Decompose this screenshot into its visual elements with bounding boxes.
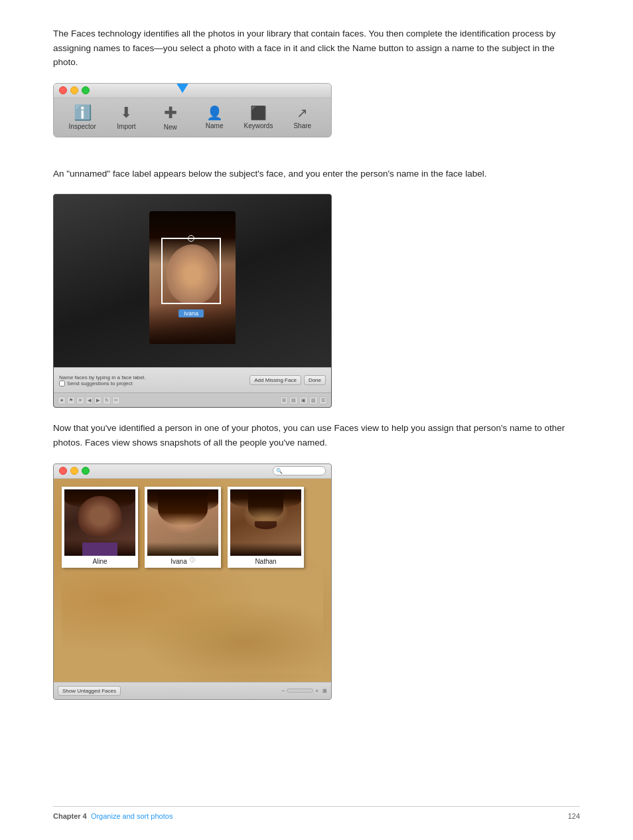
face-left-icon-strip: ★ ⚑ ✕ ◀ ▶ ↻ ✂ bbox=[58, 396, 120, 404]
toolbar-titlebar bbox=[54, 84, 331, 98]
ivana-info-icon[interactable]: ⓘ bbox=[190, 556, 195, 564]
icon-flag: ⚑ bbox=[67, 396, 75, 404]
zoom-minus-icon[interactable]: − bbox=[282, 688, 285, 694]
icon-crop: ✂ bbox=[112, 396, 120, 404]
faces-cards-row: Aline Ivana ⓘ bbox=[62, 487, 323, 568]
face-detection-box: Ivana bbox=[161, 238, 221, 304]
toolbar-screenshot-wrapper: ℹ️ Inspector ⬇ Import ✚ New 👤 Name ⬛ bbox=[53, 83, 332, 153]
name-icon: 👤 bbox=[206, 105, 223, 121]
face-instructions-text: Name faces by typing in a face label. bbox=[59, 375, 146, 380]
import-label: Import bbox=[117, 123, 135, 130]
faces-maximize-light[interactable] bbox=[82, 467, 90, 475]
icon-rotate: ↻ bbox=[103, 396, 111, 404]
name-label: Name bbox=[206, 122, 224, 129]
new-arrow-indicator bbox=[176, 83, 189, 93]
face-action-buttons: Add Missing Face Done bbox=[249, 375, 326, 385]
inspector-icon: ℹ️ bbox=[74, 104, 92, 122]
share-label: Share bbox=[293, 122, 311, 129]
faces-cork-empty-area bbox=[62, 568, 323, 674]
face-right-icon-strip: ⊞ ▤ ▣ ▥ ☰ bbox=[280, 396, 327, 404]
icon-grid: ⊞ bbox=[280, 396, 288, 404]
done-button[interactable]: Done bbox=[304, 375, 326, 385]
footer-left: Chapter 4 Organize and sort photos bbox=[53, 812, 173, 820]
face-circle-handle bbox=[188, 235, 194, 242]
minimize-button-light[interactable] bbox=[70, 86, 78, 94]
face-checkbox-area: Send suggestions to project bbox=[59, 380, 146, 386]
para3: Now that you've identified a person in o… bbox=[53, 421, 580, 450]
share-icon: ↗ bbox=[297, 105, 308, 121]
toolbar-buttons-area: ℹ️ Inspector ⬇ Import ✚ New 👤 Name ⬛ bbox=[54, 98, 331, 137]
face-card-ivana[interactable]: Ivana ⓘ bbox=[145, 487, 221, 568]
faces-view-titlebar: 🔍 bbox=[54, 464, 331, 479]
new-label: New bbox=[164, 124, 177, 131]
faces-view-screenshot: 🔍 Aline bbox=[53, 463, 332, 700]
face-card-label-ivana: Ivana bbox=[171, 558, 186, 565]
close-button-light[interactable] bbox=[59, 86, 67, 94]
face-card-photo-aline bbox=[64, 489, 135, 556]
faces-cork-board: Aline Ivana ⓘ bbox=[54, 479, 331, 682]
icon-filmstrip: ▤ bbox=[289, 396, 298, 404]
add-missing-face-button[interactable]: Add Missing Face bbox=[249, 375, 301, 385]
name-button[interactable]: 👤 Name bbox=[194, 100, 235, 135]
face-card-nathan[interactable]: Nathan bbox=[228, 487, 304, 568]
face-card-label-row-ivana: Ivana ⓘ bbox=[147, 556, 218, 565]
search-icon: 🔍 bbox=[276, 468, 283, 474]
show-untagged-faces-button[interactable]: Show Untagged Faces bbox=[58, 686, 121, 696]
face-instructions-area: Name faces by typing in a face label. Se… bbox=[59, 375, 146, 386]
chapter-label: Chapter 4 bbox=[53, 812, 87, 820]
keywords-icon: ⬛ bbox=[250, 105, 267, 121]
icon-compare: ▶ bbox=[94, 396, 102, 404]
face-name-label[interactable]: Ivana bbox=[178, 309, 204, 317]
icon-list: ☰ bbox=[319, 396, 327, 404]
grid-view-icon[interactable]: ⊞ bbox=[322, 688, 327, 694]
chapter-link[interactable]: Organize and sort photos bbox=[91, 812, 173, 820]
toolbar-screenshot: ℹ️ Inspector ⬇ Import ✚ New 👤 Name ⬛ bbox=[53, 83, 332, 137]
icon-star: ★ bbox=[58, 396, 66, 404]
traffic-lights bbox=[59, 86, 90, 94]
new-button[interactable]: ✚ New bbox=[150, 100, 191, 135]
page: The Faces technology identifies all the … bbox=[0, 0, 633, 840]
face-main-photo-area: Ivana bbox=[54, 195, 331, 367]
icon-prev: ◀ bbox=[86, 396, 93, 404]
page-number: 124 bbox=[568, 812, 580, 820]
faces-search-box[interactable]: 🔍 bbox=[273, 466, 326, 475]
share-button[interactable]: ↗ Share bbox=[282, 100, 323, 135]
face-card-photo-nathan bbox=[230, 489, 301, 556]
intro-paragraph: The Faces technology identifies all the … bbox=[53, 27, 580, 70]
icon-split: ▥ bbox=[309, 396, 318, 404]
send-suggestions-checkbox[interactable] bbox=[59, 380, 65, 386]
zoom-plus-icon[interactable]: + bbox=[315, 688, 318, 694]
face-card-label-aline: Aline bbox=[64, 558, 135, 565]
face-photo-container: Ivana bbox=[149, 211, 236, 351]
import-icon: ⬇ bbox=[120, 104, 132, 122]
new-icon: ✚ bbox=[164, 104, 177, 122]
page-footer: Chapter 4 Organize and sort photos 124 bbox=[53, 806, 580, 820]
face-card-aline[interactable]: Aline bbox=[62, 487, 138, 568]
face-card-label-nathan: Nathan bbox=[230, 558, 301, 565]
keywords-button[interactable]: ⬛ Keywords bbox=[238, 100, 279, 135]
faces-view-traffic-lights bbox=[59, 467, 90, 475]
faces-view-zoom-controls: − + ⊞ bbox=[282, 688, 327, 694]
faces-close-light[interactable] bbox=[59, 467, 67, 475]
inspector-button[interactable]: ℹ️ Inspector bbox=[62, 100, 103, 135]
maximize-button-light[interactable] bbox=[82, 86, 90, 94]
send-suggestions-label: Send suggestions to project bbox=[67, 380, 133, 386]
icon-browser: ▣ bbox=[299, 396, 308, 404]
face-naming-screenshot: Ivana Name faces by typing in a face lab… bbox=[53, 194, 332, 408]
faces-view-bottombar: Show Untagged Faces − + ⊞ bbox=[54, 682, 331, 699]
zoom-slider[interactable] bbox=[287, 689, 313, 693]
faces-minimize-light[interactable] bbox=[70, 467, 78, 475]
icon-reject: ✕ bbox=[76, 396, 84, 404]
import-button[interactable]: ⬇ Import bbox=[106, 100, 147, 135]
para2: An "unnamed" face label appears below th… bbox=[53, 167, 580, 181]
keywords-label: Keywords bbox=[244, 122, 273, 129]
face-card-photo-ivana bbox=[147, 489, 218, 556]
inspector-label: Inspector bbox=[69, 123, 96, 130]
